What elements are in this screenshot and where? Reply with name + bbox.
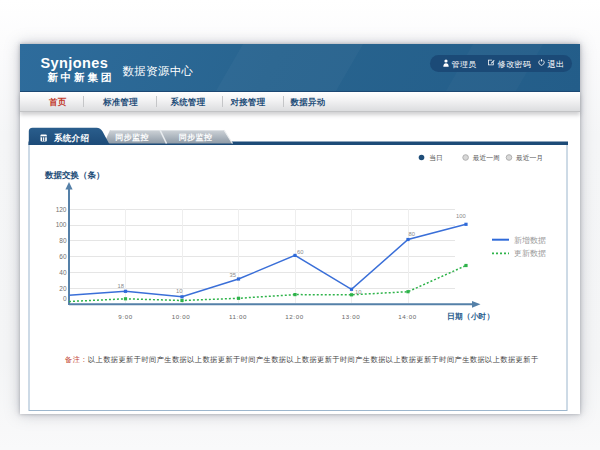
- svg-text:同步监控: 同步监控: [115, 133, 149, 142]
- svg-text:100: 100: [456, 213, 466, 219]
- svg-text:100: 100: [56, 221, 67, 228]
- svg-text:10: 10: [176, 288, 182, 294]
- svg-text:35: 35: [230, 272, 236, 278]
- svg-text:40: 40: [59, 269, 67, 276]
- svg-text:日期（小时）: 日期（小时）: [447, 312, 494, 321]
- svg-text:9:00: 9:00: [118, 313, 132, 320]
- svg-text:更新数据: 更新数据: [514, 249, 546, 258]
- svg-text:120: 120: [56, 206, 67, 213]
- svg-text:60: 60: [59, 253, 67, 260]
- svg-text:18: 18: [118, 283, 124, 289]
- svg-text:0: 0: [63, 295, 67, 302]
- svg-text:当日: 当日: [429, 154, 443, 162]
- svg-text:11:00: 11:00: [229, 313, 247, 320]
- svg-text:13:00: 13:00: [342, 313, 360, 320]
- svg-text:80: 80: [59, 237, 67, 244]
- svg-text:备注：以上数据更新于时间产生数据以上数据更新于时间产生数据以: 备注：以上数据更新于时间产生数据以上数据更新于时间产生数据以上数据更新于时间产生…: [65, 355, 539, 364]
- svg-text:12:00: 12:00: [285, 313, 303, 320]
- svg-text:10:00: 10:00: [172, 313, 190, 320]
- svg-text:60: 60: [297, 249, 303, 255]
- svg-text:80: 80: [409, 231, 415, 237]
- svg-text:系统介绍: 系统介绍: [53, 133, 89, 143]
- svg-text:14:00: 14:00: [398, 313, 416, 320]
- svg-text:10: 10: [355, 289, 361, 295]
- svg-text:20: 20: [59, 285, 67, 292]
- svg-text:最近一月: 最近一月: [515, 154, 543, 162]
- svg-text:同步监控: 同步监控: [179, 133, 213, 142]
- svg-text:最近一周: 最近一周: [472, 154, 500, 161]
- svg-text:数据交换（条）: 数据交换（条）: [44, 170, 105, 180]
- svg-text:新增数据: 新增数据: [514, 236, 546, 245]
